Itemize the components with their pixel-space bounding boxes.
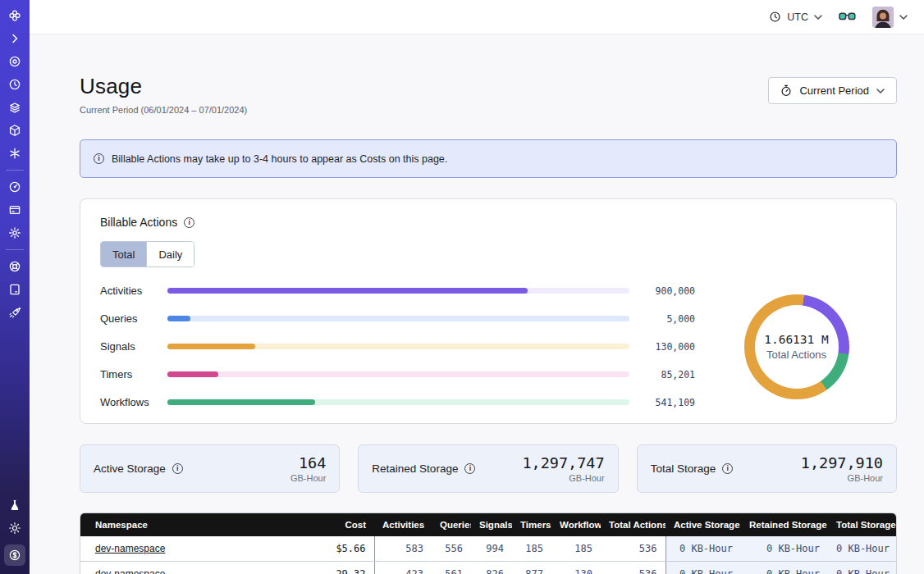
col-namespace: Namespace <box>80 513 302 536</box>
bar-value: 130,000 <box>641 341 695 353</box>
cell-queries: 561 <box>432 562 471 574</box>
cell-cost: $5.66 <box>302 536 374 562</box>
active-storage-unit: GB-Hour <box>290 473 326 483</box>
rocket-icon[interactable] <box>8 306 21 319</box>
bar-label: Workflows <box>100 396 156 408</box>
chevron-down-icon <box>876 89 885 93</box>
actions-bar-chart: Activities900,000Queries5,000Signals130,… <box>100 285 716 408</box>
profile-menu[interactable] <box>872 7 908 28</box>
bar-track <box>167 344 629 349</box>
col-workflows: Workflows <box>551 513 601 536</box>
sidebar-divider <box>6 170 24 171</box>
labs-flask-icon[interactable] <box>8 499 21 512</box>
usage-dollar-icon[interactable] <box>4 544 25 566</box>
bar-fill <box>167 344 255 349</box>
usage-page: Usage Current Period (06/01/2024 – 07/01… <box>30 34 924 574</box>
cell-total-actions: 536 <box>601 536 666 562</box>
cell-activities: 583 <box>374 536 432 562</box>
layers-icon[interactable] <box>8 101 21 114</box>
info-icon[interactable] <box>464 463 475 474</box>
bar-fill <box>167 371 218 377</box>
usage-gauge-icon[interactable] <box>8 180 21 194</box>
active-storage-card: Active Storage 164 GB-Hour <box>80 444 340 493</box>
billable-actions-title: Billable Actions <box>100 216 177 229</box>
retained-storage-card: Retained Storage 1,297,747 GB-Hour <box>358 444 618 493</box>
cube-icon[interactable] <box>8 124 21 137</box>
total-storage-value: 1,297,910 <box>801 454 883 472</box>
active-storage-value: 164 <box>290 454 326 472</box>
bar-value: 541,109 <box>641 397 695 408</box>
cell-workflows: 130 <box>551 562 601 574</box>
namespaces-spiral-icon[interactable] <box>8 55 21 68</box>
bar-value: 5,000 <box>641 313 695 325</box>
bar-row: Workflows541,109 <box>100 396 695 408</box>
docs-book-icon[interactable] <box>8 283 21 296</box>
bar-fill <box>167 288 528 294</box>
cell-namespace: dev-namespace <box>80 536 302 562</box>
chevron-down-icon <box>899 15 908 20</box>
clock-icon <box>769 11 781 23</box>
support-lifebuoy-icon[interactable] <box>8 260 21 273</box>
cell-timers: 877 <box>512 562 551 574</box>
bar-label: Activities <box>100 285 156 297</box>
timezone-label: UTC <box>787 11 808 23</box>
billable-actions-card: Billable Actions Total Daily Activities9… <box>80 198 897 424</box>
cell-timers: 185 <box>512 536 551 562</box>
total-storage-label: Total Storage <box>651 462 716 475</box>
namespace-link[interactable]: dev-namespace <box>95 568 165 574</box>
asterisk-icon[interactable] <box>8 147 21 160</box>
col-activities: Activities <box>374 513 432 536</box>
bar-label: Signals <box>100 340 156 353</box>
sidebar-divider <box>6 249 24 250</box>
col-retained-storage: Retained Storage <box>741 513 828 536</box>
bar-row: Timers85,201 <box>100 368 695 380</box>
retained-storage-unit: GB-Hour <box>522 473 604 483</box>
table-row: dev-namespace$5.665835569941851855360 KB… <box>80 536 897 562</box>
col-active-storage: Active Storage <box>666 513 741 536</box>
theme-sun-icon[interactable] <box>8 522 21 535</box>
stopwatch-icon <box>780 84 792 97</box>
namespace-link[interactable]: dev-namespace <box>95 543 165 554</box>
info-icon[interactable] <box>184 217 194 228</box>
cell-total-storage: 0 KB-Hour <box>828 536 897 562</box>
info-banner-text: Billable Actions may take up to 3-4 hour… <box>112 153 447 165</box>
bar-track <box>167 316 629 321</box>
retained-storage-value: 1,297,747 <box>522 454 604 472</box>
cell-total-actions: 536 <box>601 562 666 574</box>
bar-value: 85,201 <box>641 369 695 380</box>
table-row: dev-namespace29.324235618268771305360 KB… <box>80 562 897 574</box>
col-timers: Timers <box>512 513 551 536</box>
cell-active-storage: 0 KB-Hour <box>666 536 741 562</box>
table-header-row: Namespace Cost Activities Queries Signal… <box>80 513 897 536</box>
tab-daily[interactable]: Daily <box>146 242 194 266</box>
tab-total[interactable]: Total <box>101 242 146 266</box>
history-clock-icon[interactable] <box>8 78 21 91</box>
actions-donut-chart: 1.66131 M Total Actions <box>716 294 876 399</box>
topbar: UTC <box>30 0 924 34</box>
bar-label: Timers <box>100 368 156 380</box>
active-storage-label: Active Storage <box>94 462 166 475</box>
collapse-chevron-icon[interactable] <box>8 32 21 45</box>
cell-total-storage: 0 KB-Hour <box>828 562 897 574</box>
bar-fill <box>167 316 190 321</box>
info-icon[interactable] <box>172 463 183 474</box>
donut-total-label: Total Actions <box>766 348 826 361</box>
goggles-icon[interactable] <box>839 11 856 22</box>
settings-gear-icon[interactable] <box>8 226 21 239</box>
period-button-label: Current Period <box>799 84 869 97</box>
bar-fill <box>167 399 315 405</box>
temporal-logo-icon[interactable] <box>8 9 21 22</box>
bar-label: Queries <box>100 312 156 325</box>
billing-card-icon[interactable] <box>8 203 21 216</box>
donut-ring: 1.66131 M Total Actions <box>744 294 849 399</box>
period-selector-button[interactable]: Current Period <box>768 77 897 104</box>
cell-active-storage: 0 KB-Hour <box>666 562 741 574</box>
cell-workflows: 185 <box>551 536 601 562</box>
col-total-actions: Total Actions <box>601 513 666 536</box>
cell-cost: 29.32 <box>302 562 374 574</box>
info-icon[interactable] <box>722 463 733 474</box>
cell-namespace: dev-namespace <box>80 562 302 574</box>
timezone-selector[interactable]: UTC <box>769 11 822 23</box>
page-title: Usage <box>80 74 247 99</box>
info-icon <box>94 153 104 164</box>
